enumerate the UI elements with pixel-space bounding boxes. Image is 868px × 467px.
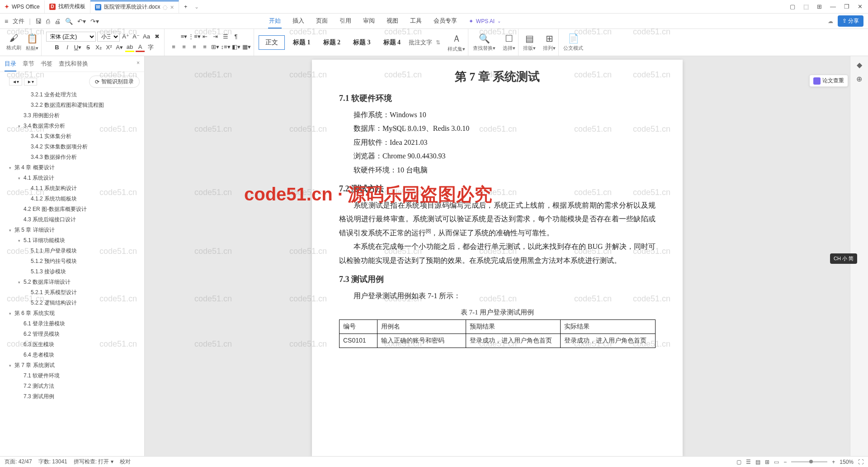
shading-icon[interactable]: ◧▾	[231, 43, 241, 52]
outline-item[interactable]: 4.2 ER 图-数据库概要设计	[0, 204, 144, 214]
sidebar-tab-sections[interactable]: 章节	[23, 60, 34, 71]
outline-item[interactable]: 5.1.1 用户登录模块	[0, 246, 144, 256]
view-icon[interactable]: ☰	[746, 459, 751, 465]
fullscreen-icon[interactable]: ⛶	[858, 459, 863, 465]
highlight-icon[interactable]: ab	[125, 43, 134, 52]
phonetic-icon[interactable]: 字	[146, 43, 155, 52]
find-group[interactable]: 🔍 查找替换▾	[470, 29, 498, 56]
tool-icon[interactable]: ◆	[857, 61, 862, 69]
decrease-indent-icon[interactable]: ⇤	[200, 32, 209, 41]
italic-icon[interactable]: I	[63, 43, 72, 52]
outline-item[interactable]: 5.1.2 预约挂号模块	[0, 256, 144, 267]
align-left-icon[interactable]: ≡	[169, 43, 178, 52]
print-icon[interactable]: 🖨	[54, 18, 61, 25]
outline-collapse-icon[interactable]: ◄▾	[9, 78, 22, 86]
outline-item[interactable]: 6.3 医生模块	[0, 339, 144, 350]
outline-item[interactable]: 7.2 测试方法	[0, 381, 144, 391]
outline-item[interactable]: 4.1.1 系统架构设计	[0, 183, 144, 194]
layout-group[interactable]: ▤ 排版▾	[520, 29, 538, 56]
maximize-icon[interactable]: ❐	[844, 3, 849, 10]
font-name-select[interactable]: 宋体 (正文)	[46, 32, 96, 42]
redo-icon[interactable]: ↷▾	[90, 18, 99, 25]
zoom-slider[interactable]	[791, 461, 827, 462]
document-area[interactable]: 第 7 章 系统测试 7.1 软硬件环境 操作系统：Windows 10 数据库…	[145, 56, 850, 456]
subscript-icon[interactable]: X₂	[94, 43, 103, 52]
tab-reference[interactable]: 引用	[339, 14, 352, 29]
tab-member[interactable]: 会员专享	[433, 14, 458, 29]
increase-font-icon[interactable]: A⁺	[121, 32, 130, 41]
style-comment[interactable]: 批注文字	[409, 38, 432, 47]
menu-icon[interactable]: ≡	[5, 18, 8, 25]
new-tab-button[interactable]: +	[179, 0, 193, 13]
outline-item[interactable]: 5.1.3 接诊模块	[0, 267, 144, 277]
outline-item[interactable]: 3.4.3 数据操作分析	[0, 152, 144, 162]
tab-view[interactable]: 视图	[386, 14, 399, 29]
wps-ai-button[interactable]: ✦ WPS AI ⌄	[469, 18, 501, 24]
outline-item[interactable]: ▾3.4 数据需求分析	[0, 121, 144, 131]
arrange-group[interactable]: ⊞ 排列▾	[540, 29, 559, 56]
tab-tools[interactable]: 工具	[409, 14, 423, 29]
styleset-group[interactable]: Ａ 样式集▾	[445, 29, 468, 56]
view-icon[interactable]: ▤	[755, 459, 760, 465]
tab-document[interactable]: W 医院管理系统设计.docx ◌ ×	[90, 0, 179, 13]
outline-item[interactable]: ▾第 7 章 系统测试	[0, 360, 144, 371]
preview-icon[interactable]: 🔍	[65, 18, 73, 25]
outline-item[interactable]: 6.4 患者模块	[0, 350, 144, 360]
sidebar-tab-bookmarks[interactable]: 书签	[41, 60, 52, 71]
spellcheck-status[interactable]: 拼写检查: 打开 ▾	[74, 458, 113, 466]
paste-icon[interactable]: 📋	[26, 33, 38, 44]
paper-review-button[interactable]: 论文查重	[809, 75, 848, 87]
tab-page[interactable]: 页面	[315, 14, 329, 29]
smart-outline-button[interactable]: ⟳ 智能识别目录	[89, 76, 140, 88]
outline-item[interactable]: 3.2.1 业务处理方法	[0, 90, 144, 100]
outline-item[interactable]: 3.4.1 实体集分析	[0, 131, 144, 142]
export-icon[interactable]: ⎙	[46, 18, 50, 25]
outline-item[interactable]: 4.1.2 系统功能板块	[0, 194, 144, 204]
outline-item[interactable]: 3.2.2 数据流程图和逻辑流程图	[0, 100, 144, 110]
close-window-icon[interactable]: ✕	[858, 3, 863, 10]
window-icon[interactable]: ▢	[790, 3, 795, 10]
view-icon[interactable]: ⊞	[765, 459, 769, 465]
tab-list-dropdown[interactable]: ⌄	[194, 4, 199, 10]
superscript-icon[interactable]: X²	[104, 43, 113, 52]
cube-icon[interactable]: ⬚	[803, 3, 809, 10]
app-home-tab[interactable]: ✦ WPS Office	[0, 0, 45, 13]
file-menu[interactable]: 文件	[13, 17, 24, 25]
close-icon[interactable]: ×	[137, 60, 140, 66]
strikethrough-icon[interactable]: S̶	[84, 43, 93, 52]
proofread-status[interactable]: 校对	[120, 458, 131, 466]
select-group[interactable]: ☐ 选择▾	[500, 29, 519, 56]
outline-item[interactable]: 6.2 管理员模块	[0, 329, 144, 339]
outline-item[interactable]: 5.2.1 关系模型设计	[0, 287, 144, 298]
tab-start[interactable]: 开始	[268, 14, 282, 29]
page-indicator[interactable]: 页面: 42/47	[5, 458, 32, 466]
clear-format-icon[interactable]: ✖	[152, 32, 161, 41]
outline-item[interactable]: 5.2.2 逻辑结构设计	[0, 298, 144, 308]
sidebar-tab-outline[interactable]: 目录	[5, 60, 16, 71]
align-center-icon[interactable]: ≡	[179, 43, 189, 52]
outline-item[interactable]: ▾5.1 详细功能模块	[0, 235, 144, 246]
outline-item[interactable]: ▾4.1 系统设计	[0, 173, 144, 183]
tool-icon[interactable]: ⊕	[856, 75, 862, 83]
decrease-font-icon[interactable]: A⁻	[132, 32, 141, 41]
outline-item[interactable]: 6.1 登录注册模块	[0, 319, 144, 329]
style-h2[interactable]: 标题 2	[319, 36, 345, 49]
close-icon[interactable]: ×	[170, 4, 174, 11]
style-body[interactable]: 正文	[259, 35, 285, 50]
bold-icon[interactable]: B	[52, 43, 61, 52]
change-case-icon[interactable]: Aa	[142, 32, 151, 41]
style-h4[interactable]: 标题 4	[379, 36, 406, 49]
zoom-in-icon[interactable]: +	[832, 459, 835, 465]
minimize-icon[interactable]: —	[830, 3, 836, 10]
outline-item[interactable]: ▾第 6 章 系统实现	[0, 308, 144, 319]
style-scroll-icon[interactable]: ⇅	[436, 39, 440, 46]
outline-item[interactable]: ▾第 5 章 详细设计	[0, 225, 144, 235]
cloud-icon[interactable]: ☁	[828, 18, 833, 24]
view-icon[interactable]: ▢	[736, 459, 741, 465]
numbering-icon[interactable]: ⋮≡▾	[190, 32, 199, 41]
share-button[interactable]: ⇪ 分享	[838, 15, 863, 27]
official-group[interactable]: 📄 公文模式	[561, 29, 586, 56]
style-h3[interactable]: 标题 3	[349, 36, 375, 49]
view-icon[interactable]: ▭	[774, 459, 779, 465]
align-right-icon[interactable]: ≡	[190, 43, 199, 52]
